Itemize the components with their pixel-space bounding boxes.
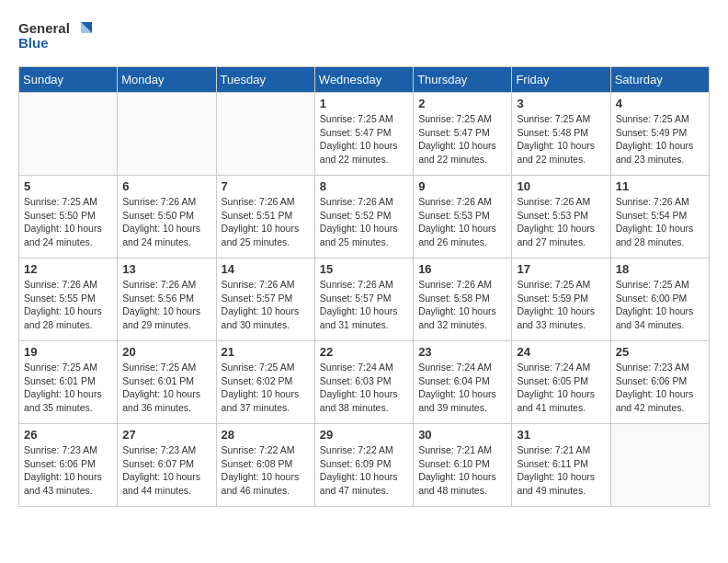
day-number: 23	[418, 345, 506, 359]
day-info: Sunrise: 7:22 AMSunset: 6:09 PMDaylight:…	[320, 443, 408, 498]
day-number: 11	[616, 179, 704, 193]
day-number: 22	[320, 345, 408, 359]
weekday-header-row: SundayMondayTuesdayWednesdayThursdayFrid…	[19, 67, 710, 93]
day-number: 6	[122, 179, 210, 193]
day-number: 28	[222, 428, 310, 442]
calendar-cell	[610, 424, 709, 507]
weekday-header-wednesday: Wednesday	[314, 67, 413, 93]
day-number: 4	[616, 97, 704, 110]
day-info: Sunrise: 7:26 AMSunset: 5:56 PMDaylight:…	[122, 278, 210, 332]
day-number: 30	[418, 428, 506, 442]
day-info: Sunrise: 7:24 AMSunset: 6:03 PMDaylight:…	[320, 361, 408, 415]
calendar-cell: 28Sunrise: 7:22 AMSunset: 6:08 PMDayligh…	[216, 424, 314, 507]
day-info: Sunrise: 7:25 AMSunset: 5:47 PMDaylight:…	[418, 112, 506, 167]
weekday-header-thursday: Thursday	[414, 67, 512, 93]
calendar-cell: 1Sunrise: 7:25 AMSunset: 5:47 PMDaylight…	[314, 93, 413, 176]
calendar-cell: 10Sunrise: 7:26 AMSunset: 5:53 PMDayligh…	[512, 176, 610, 259]
day-info: Sunrise: 7:26 AMSunset: 5:55 PMDaylight:…	[24, 278, 112, 332]
day-info: Sunrise: 7:26 AMSunset: 5:52 PMDaylight:…	[320, 195, 408, 249]
svg-text:Blue: Blue	[18, 35, 49, 51]
calendar-cell: 17Sunrise: 7:25 AMSunset: 5:59 PMDayligh…	[512, 259, 610, 341]
logo-text: General Blue	[18, 15, 101, 55]
header: General Blue	[18, 15, 710, 55]
week-row-1: 1Sunrise: 7:25 AMSunset: 5:47 PMDaylight…	[19, 93, 710, 176]
day-number: 2	[418, 97, 506, 110]
day-info: Sunrise: 7:25 AMSunset: 5:59 PMDaylight:…	[517, 278, 605, 332]
calendar-cell: 24Sunrise: 7:24 AMSunset: 6:05 PMDayligh…	[512, 341, 610, 424]
day-number: 13	[122, 262, 210, 276]
day-info: Sunrise: 7:23 AMSunset: 6:06 PMDaylight:…	[616, 361, 704, 415]
day-info: Sunrise: 7:21 AMSunset: 6:10 PMDaylight:…	[418, 443, 506, 498]
day-number: 25	[616, 345, 704, 359]
calendar-cell	[118, 93, 216, 176]
calendar-cell: 13Sunrise: 7:26 AMSunset: 5:56 PMDayligh…	[118, 259, 216, 341]
day-info: Sunrise: 7:21 AMSunset: 6:11 PMDaylight:…	[517, 443, 605, 498]
day-number: 7	[222, 179, 310, 193]
day-info: Sunrise: 7:25 AMSunset: 6:02 PMDaylight:…	[222, 361, 310, 415]
calendar-cell: 18Sunrise: 7:25 AMSunset: 6:00 PMDayligh…	[610, 259, 709, 341]
calendar-cell: 2Sunrise: 7:25 AMSunset: 5:47 PMDaylight…	[414, 93, 512, 176]
calendar-container: General Blue SundayMondayTuesdayWednesda…	[0, 0, 728, 522]
calendar-cell	[216, 93, 314, 176]
day-info: Sunrise: 7:26 AMSunset: 5:57 PMDaylight:…	[222, 278, 310, 332]
day-info: Sunrise: 7:24 AMSunset: 6:04 PMDaylight:…	[418, 361, 506, 415]
week-row-2: 5Sunrise: 7:25 AMSunset: 5:50 PMDaylight…	[19, 176, 710, 259]
day-number: 31	[517, 428, 605, 442]
day-number: 8	[320, 179, 408, 193]
day-number: 24	[517, 345, 605, 359]
calendar-cell: 4Sunrise: 7:25 AMSunset: 5:49 PMDaylight…	[610, 93, 709, 176]
day-number: 16	[418, 262, 506, 276]
calendar-cell: 12Sunrise: 7:26 AMSunset: 5:55 PMDayligh…	[19, 259, 118, 341]
day-info: Sunrise: 7:25 AMSunset: 6:00 PMDaylight:…	[616, 278, 704, 332]
day-info: Sunrise: 7:26 AMSunset: 5:51 PMDaylight:…	[222, 195, 310, 249]
calendar-table: SundayMondayTuesdayWednesdayThursdayFrid…	[18, 66, 710, 507]
calendar-cell: 6Sunrise: 7:26 AMSunset: 5:50 PMDaylight…	[118, 176, 216, 259]
day-info: Sunrise: 7:26 AMSunset: 5:54 PMDaylight:…	[616, 195, 704, 249]
day-info: Sunrise: 7:25 AMSunset: 6:01 PMDaylight:…	[24, 361, 112, 415]
day-info: Sunrise: 7:26 AMSunset: 5:53 PMDaylight:…	[517, 195, 605, 249]
week-row-5: 26Sunrise: 7:23 AMSunset: 6:06 PMDayligh…	[19, 424, 710, 507]
day-number: 12	[24, 262, 112, 276]
calendar-cell: 25Sunrise: 7:23 AMSunset: 6:06 PMDayligh…	[610, 341, 709, 424]
calendar-cell: 26Sunrise: 7:23 AMSunset: 6:06 PMDayligh…	[19, 424, 118, 507]
day-info: Sunrise: 7:26 AMSunset: 5:57 PMDaylight:…	[320, 278, 408, 332]
day-number: 20	[122, 345, 210, 359]
calendar-cell: 23Sunrise: 7:24 AMSunset: 6:04 PMDayligh…	[414, 341, 512, 424]
day-number: 26	[24, 428, 112, 442]
calendar-cell: 22Sunrise: 7:24 AMSunset: 6:03 PMDayligh…	[314, 341, 413, 424]
week-row-3: 12Sunrise: 7:26 AMSunset: 5:55 PMDayligh…	[19, 259, 710, 341]
weekday-header-tuesday: Tuesday	[216, 67, 314, 93]
day-info: Sunrise: 7:22 AMSunset: 6:08 PMDaylight:…	[222, 443, 310, 498]
day-info: Sunrise: 7:25 AMSunset: 6:01 PMDaylight:…	[122, 361, 210, 415]
calendar-cell: 19Sunrise: 7:25 AMSunset: 6:01 PMDayligh…	[19, 341, 118, 424]
day-info: Sunrise: 7:24 AMSunset: 6:05 PMDaylight:…	[517, 361, 605, 415]
calendar-cell	[19, 93, 118, 176]
day-number: 14	[222, 262, 310, 276]
calendar-cell: 14Sunrise: 7:26 AMSunset: 5:57 PMDayligh…	[216, 259, 314, 341]
calendar-cell: 16Sunrise: 7:26 AMSunset: 5:58 PMDayligh…	[414, 259, 512, 341]
calendar-cell: 8Sunrise: 7:26 AMSunset: 5:52 PMDaylight…	[314, 176, 413, 259]
day-info: Sunrise: 7:25 AMSunset: 5:48 PMDaylight:…	[517, 112, 605, 167]
calendar-cell: 29Sunrise: 7:22 AMSunset: 6:09 PMDayligh…	[314, 424, 413, 507]
calendar-cell: 7Sunrise: 7:26 AMSunset: 5:51 PMDaylight…	[216, 176, 314, 259]
week-row-4: 19Sunrise: 7:25 AMSunset: 6:01 PMDayligh…	[19, 341, 710, 424]
calendar-cell: 11Sunrise: 7:26 AMSunset: 5:54 PMDayligh…	[610, 176, 709, 259]
day-number: 17	[517, 262, 605, 276]
calendar-cell: 15Sunrise: 7:26 AMSunset: 5:57 PMDayligh…	[314, 259, 413, 341]
calendar-cell: 3Sunrise: 7:25 AMSunset: 5:48 PMDaylight…	[512, 93, 610, 176]
day-info: Sunrise: 7:26 AMSunset: 5:50 PMDaylight:…	[122, 195, 210, 249]
calendar-cell: 9Sunrise: 7:26 AMSunset: 5:53 PMDaylight…	[414, 176, 512, 259]
calendar-cell: 27Sunrise: 7:23 AMSunset: 6:07 PMDayligh…	[118, 424, 216, 507]
weekday-header-sunday: Sunday	[19, 67, 118, 93]
day-number: 29	[320, 428, 408, 442]
day-number: 18	[616, 262, 704, 276]
calendar-cell: 21Sunrise: 7:25 AMSunset: 6:02 PMDayligh…	[216, 341, 314, 424]
day-info: Sunrise: 7:26 AMSunset: 5:58 PMDaylight:…	[418, 278, 506, 332]
weekday-header-monday: Monday	[118, 67, 216, 93]
calendar-cell: 5Sunrise: 7:25 AMSunset: 5:50 PMDaylight…	[19, 176, 118, 259]
day-number: 9	[418, 179, 506, 193]
day-info: Sunrise: 7:23 AMSunset: 6:07 PMDaylight:…	[122, 443, 210, 498]
logo: General Blue	[18, 15, 101, 55]
day-number: 19	[24, 345, 112, 359]
day-info: Sunrise: 7:25 AMSunset: 5:50 PMDaylight:…	[24, 195, 112, 249]
